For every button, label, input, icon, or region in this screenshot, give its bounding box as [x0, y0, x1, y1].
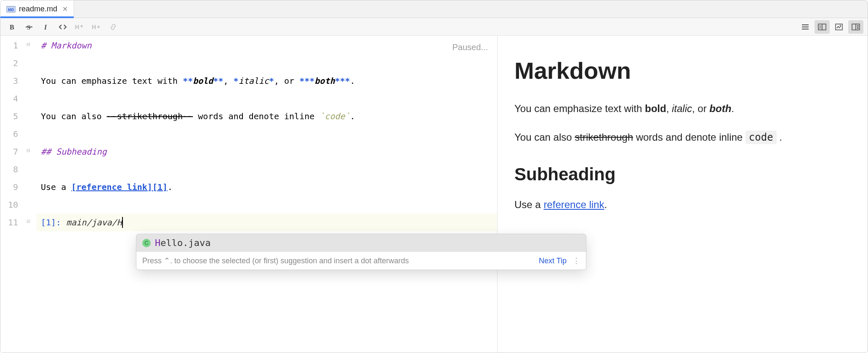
svg-text:MD: MD	[8, 8, 14, 12]
tab-bar: MD readme.md ✕	[0, 0, 868, 18]
line-gutter: 1234567891011	[0, 36, 26, 353]
svg-text:B: B	[10, 24, 14, 31]
strikethrough-button[interactable]: S	[21, 20, 37, 34]
preview-pane: Markdown You can emphasize text with bol…	[498, 36, 868, 353]
preview-paragraph: You can emphasize text with bold, italic…	[514, 101, 851, 116]
svg-text:I: I	[44, 24, 47, 31]
more-icon[interactable]: ⋮	[572, 256, 580, 265]
preview-link[interactable]: reference link	[543, 199, 604, 210]
hint-text: Press ⌃. to choose the selected (or firs…	[142, 256, 409, 265]
preview-h1: Markdown	[514, 57, 851, 84]
autocomplete-popup: C Hello.java Press ⌃. to choose the sele…	[136, 234, 586, 270]
markdown-toolbar: B S I H H	[0, 18, 868, 36]
fold-column: ⊟⊟⊡	[26, 36, 37, 353]
preview-paragraph: You can also strikethrough words and den…	[514, 130, 851, 145]
heading-increase-button[interactable]: H	[89, 20, 104, 34]
editor-pane[interactable]: 1234567891011 ⊟⊟⊡ Paused... # Markdown Y…	[0, 36, 497, 353]
code-line: # Markdown	[37, 37, 497, 54]
preview-h2: Subheading	[514, 164, 851, 185]
code-line: ## Subheading	[37, 143, 497, 160]
file-tab[interactable]: MD readme.md ✕	[0, 0, 74, 18]
svg-text:H: H	[92, 24, 96, 30]
text-caret	[122, 217, 123, 228]
class-file-icon: C	[142, 239, 151, 247]
tab-filename: readme.md	[19, 5, 57, 13]
code-line	[37, 160, 497, 178]
link-button[interactable]	[106, 20, 121, 34]
heading-decrease-button[interactable]: H	[72, 20, 87, 34]
close-icon[interactable]: ✕	[62, 5, 68, 13]
split-view-button[interactable]	[815, 20, 830, 34]
sync-scroll-button[interactable]	[848, 20, 863, 34]
code-line	[37, 196, 497, 214]
preview-only-view-button[interactable]	[831, 20, 847, 34]
markdown-file-icon: MD	[6, 5, 16, 13]
svg-point-17	[840, 24, 841, 25]
code-line: You can emphasize text with **bold**, *i…	[37, 72, 497, 90]
autocomplete-hint: Press ⌃. to choose the selected (or firs…	[136, 251, 586, 270]
preview-paragraph: Use a reference link.	[514, 197, 851, 212]
main-split: 1234567891011 ⊟⊟⊡ Paused... # Markdown Y…	[0, 36, 868, 353]
italic-button[interactable]: I	[38, 20, 53, 34]
code-line	[37, 90, 497, 107]
bold-button[interactable]: B	[5, 20, 20, 34]
code-line: You can also ~~strikethrough~~ words and…	[37, 107, 497, 125]
code-line	[37, 54, 497, 72]
code-line: Use a [reference link][1].	[37, 178, 497, 196]
code-area[interactable]: Paused... # Markdown You can emphasize t…	[37, 36, 497, 353]
svg-text:H: H	[75, 24, 79, 30]
next-tip-link[interactable]: Next Tip	[539, 257, 567, 265]
editor-only-view-button[interactable]	[798, 20, 813, 34]
code-line: [1]: main/java/H	[37, 214, 497, 231]
code-line	[37, 125, 497, 143]
code-button[interactable]	[55, 20, 70, 34]
autocomplete-item[interactable]: C Hello.java	[136, 234, 586, 251]
